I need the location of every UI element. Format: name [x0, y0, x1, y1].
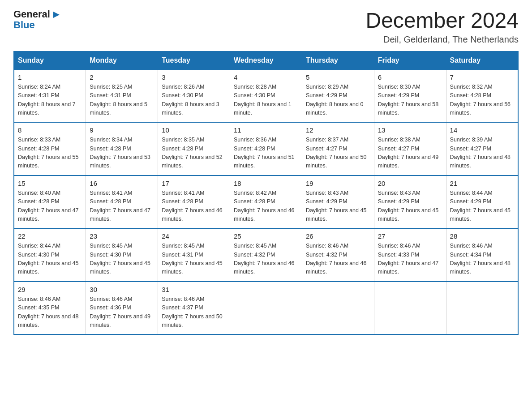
header-friday: Friday — [374, 51, 446, 69]
page-header: General Blue December 2024 Deil, Gelderl… — [13, 9, 519, 45]
day-info: Sunrise: 8:43 AMSunset: 4:29 PMDaylight:… — [306, 189, 370, 224]
calendar-cell: 30 Sunrise: 8:46 AMSunset: 4:36 PMDaylig… — [86, 282, 158, 335]
day-number: 30 — [90, 286, 154, 293]
day-info: Sunrise: 8:36 AMSunset: 4:28 PMDaylight:… — [234, 136, 298, 171]
calendar-cell: 6 Sunrise: 8:30 AMSunset: 4:29 PMDayligh… — [374, 69, 446, 123]
day-info: Sunrise: 8:46 AMSunset: 4:35 PMDaylight:… — [18, 295, 82, 330]
day-info: Sunrise: 8:35 AMSunset: 4:28 PMDaylight:… — [162, 136, 226, 171]
day-info: Sunrise: 8:29 AMSunset: 4:29 PMDaylight:… — [306, 83, 370, 118]
day-number: 8 — [18, 126, 82, 134]
day-number: 3 — [162, 73, 226, 81]
calendar-cell: 20 Sunrise: 8:43 AMSunset: 4:29 PMDaylig… — [374, 176, 446, 229]
day-number: 27 — [378, 232, 442, 240]
month-title: December 2024 — [365, 9, 519, 33]
calendar-cell: 14 Sunrise: 8:39 AMSunset: 4:27 PMDaylig… — [446, 122, 518, 176]
day-info: Sunrise: 8:44 AMSunset: 4:30 PMDaylight:… — [18, 242, 82, 277]
day-info: Sunrise: 8:42 AMSunset: 4:28 PMDaylight:… — [234, 189, 298, 224]
day-number: 15 — [18, 180, 82, 187]
calendar-table: Sunday Monday Tuesday Wednesday Thursday… — [13, 51, 519, 335]
day-number: 25 — [234, 232, 298, 240]
day-number: 24 — [162, 232, 226, 240]
day-info: Sunrise: 8:46 AMSunset: 4:32 PMDaylight:… — [306, 242, 370, 277]
day-info: Sunrise: 8:43 AMSunset: 4:29 PMDaylight:… — [378, 189, 442, 224]
calendar-week-1: 1 Sunrise: 8:24 AMSunset: 4:31 PMDayligh… — [14, 69, 518, 123]
calendar-cell: 16 Sunrise: 8:41 AMSunset: 4:28 PMDaylig… — [86, 176, 158, 229]
day-number: 12 — [306, 126, 370, 134]
logo-general-text: General — [13, 9, 50, 20]
calendar-cell: 22 Sunrise: 8:44 AMSunset: 4:30 PMDaylig… — [14, 228, 86, 282]
header-monday: Monday — [86, 51, 158, 69]
day-number: 26 — [306, 232, 370, 240]
day-number: 13 — [378, 126, 442, 134]
day-number: 14 — [450, 126, 514, 134]
day-number: 28 — [450, 232, 514, 240]
day-info: Sunrise: 8:39 AMSunset: 4:27 PMDaylight:… — [450, 136, 514, 171]
day-info: Sunrise: 8:41 AMSunset: 4:28 PMDaylight:… — [162, 189, 226, 224]
day-number: 10 — [162, 126, 226, 134]
calendar-cell: 5 Sunrise: 8:29 AMSunset: 4:29 PMDayligh… — [302, 69, 374, 123]
day-info: Sunrise: 8:40 AMSunset: 4:28 PMDaylight:… — [18, 189, 82, 224]
calendar-cell: 18 Sunrise: 8:42 AMSunset: 4:28 PMDaylig… — [230, 176, 302, 229]
calendar-cell: 24 Sunrise: 8:45 AMSunset: 4:31 PMDaylig… — [158, 228, 230, 282]
header-wednesday: Wednesday — [230, 51, 302, 69]
day-info: Sunrise: 8:44 AMSunset: 4:29 PMDaylight:… — [450, 189, 514, 224]
day-number: 22 — [18, 232, 82, 240]
svg-marker-0 — [53, 12, 60, 18]
day-number: 31 — [162, 286, 226, 293]
logo-arrow-icon — [51, 10, 61, 20]
calendar-week-3: 15 Sunrise: 8:40 AMSunset: 4:28 PMDaylig… — [14, 176, 518, 229]
day-info: Sunrise: 8:25 AMSunset: 4:31 PMDaylight:… — [90, 83, 154, 118]
calendar-cell — [302, 282, 374, 335]
calendar-cell: 7 Sunrise: 8:32 AMSunset: 4:28 PMDayligh… — [446, 69, 518, 123]
calendar-cell: 31 Sunrise: 8:46 AMSunset: 4:37 PMDaylig… — [158, 282, 230, 335]
day-number: 19 — [306, 180, 370, 187]
day-number: 23 — [90, 232, 154, 240]
calendar-cell: 4 Sunrise: 8:28 AMSunset: 4:30 PMDayligh… — [230, 69, 302, 123]
day-info: Sunrise: 8:46 AMSunset: 4:36 PMDaylight:… — [90, 295, 154, 330]
calendar-cell: 23 Sunrise: 8:45 AMSunset: 4:30 PMDaylig… — [86, 228, 158, 282]
logo-blue-text: Blue — [13, 20, 35, 30]
calendar-week-5: 29 Sunrise: 8:46 AMSunset: 4:35 PMDaylig… — [14, 282, 518, 335]
day-info: Sunrise: 8:45 AMSunset: 4:32 PMDaylight:… — [234, 242, 298, 277]
calendar-cell: 19 Sunrise: 8:43 AMSunset: 4:29 PMDaylig… — [302, 176, 374, 229]
calendar-cell: 28 Sunrise: 8:46 AMSunset: 4:34 PMDaylig… — [446, 228, 518, 282]
calendar-cell: 15 Sunrise: 8:40 AMSunset: 4:28 PMDaylig… — [14, 176, 86, 229]
calendar-cell: 13 Sunrise: 8:38 AMSunset: 4:27 PMDaylig… — [374, 122, 446, 176]
day-info: Sunrise: 8:24 AMSunset: 4:31 PMDaylight:… — [18, 83, 82, 118]
location-subtitle: Deil, Gelderland, The Netherlands — [365, 34, 519, 45]
day-info: Sunrise: 8:33 AMSunset: 4:28 PMDaylight:… — [18, 136, 82, 171]
header-tuesday: Tuesday — [158, 51, 230, 69]
calendar-cell: 9 Sunrise: 8:34 AMSunset: 4:28 PMDayligh… — [86, 122, 158, 176]
calendar-cell: 29 Sunrise: 8:46 AMSunset: 4:35 PMDaylig… — [14, 282, 86, 335]
day-number: 6 — [378, 73, 442, 81]
day-number: 18 — [234, 180, 298, 187]
day-info: Sunrise: 8:30 AMSunset: 4:29 PMDaylight:… — [378, 83, 442, 118]
day-number: 21 — [450, 180, 514, 187]
day-info: Sunrise: 8:46 AMSunset: 4:37 PMDaylight:… — [162, 295, 226, 330]
day-number: 1 — [18, 73, 82, 81]
calendar-cell: 26 Sunrise: 8:46 AMSunset: 4:32 PMDaylig… — [302, 228, 374, 282]
day-number: 5 — [306, 73, 370, 81]
day-info: Sunrise: 8:37 AMSunset: 4:27 PMDaylight:… — [306, 136, 370, 171]
calendar-cell: 25 Sunrise: 8:45 AMSunset: 4:32 PMDaylig… — [230, 228, 302, 282]
calendar-week-4: 22 Sunrise: 8:44 AMSunset: 4:30 PMDaylig… — [14, 228, 518, 282]
calendar-week-2: 8 Sunrise: 8:33 AMSunset: 4:28 PMDayligh… — [14, 122, 518, 176]
day-info: Sunrise: 8:45 AMSunset: 4:31 PMDaylight:… — [162, 242, 226, 277]
day-number: 2 — [90, 73, 154, 81]
calendar-cell: 8 Sunrise: 8:33 AMSunset: 4:28 PMDayligh… — [14, 122, 86, 176]
calendar-cell: 27 Sunrise: 8:46 AMSunset: 4:33 PMDaylig… — [374, 228, 446, 282]
calendar-cell: 2 Sunrise: 8:25 AMSunset: 4:31 PMDayligh… — [86, 69, 158, 123]
calendar-cell: 10 Sunrise: 8:35 AMSunset: 4:28 PMDaylig… — [158, 122, 230, 176]
day-number: 17 — [162, 180, 226, 187]
calendar-cell: 12 Sunrise: 8:37 AMSunset: 4:27 PMDaylig… — [302, 122, 374, 176]
day-info: Sunrise: 8:45 AMSunset: 4:30 PMDaylight:… — [90, 242, 154, 277]
calendar-cell: 1 Sunrise: 8:24 AMSunset: 4:31 PMDayligh… — [14, 69, 86, 123]
calendar-cell — [230, 282, 302, 335]
calendar-cell: 3 Sunrise: 8:26 AMSunset: 4:30 PMDayligh… — [158, 69, 230, 123]
calendar-cell: 17 Sunrise: 8:41 AMSunset: 4:28 PMDaylig… — [158, 176, 230, 229]
header-sunday: Sunday — [14, 51, 86, 69]
day-number: 7 — [450, 73, 514, 81]
day-info: Sunrise: 8:41 AMSunset: 4:28 PMDaylight:… — [90, 189, 154, 224]
day-info: Sunrise: 8:28 AMSunset: 4:30 PMDaylight:… — [234, 83, 298, 118]
day-info: Sunrise: 8:34 AMSunset: 4:28 PMDaylight:… — [90, 136, 154, 171]
